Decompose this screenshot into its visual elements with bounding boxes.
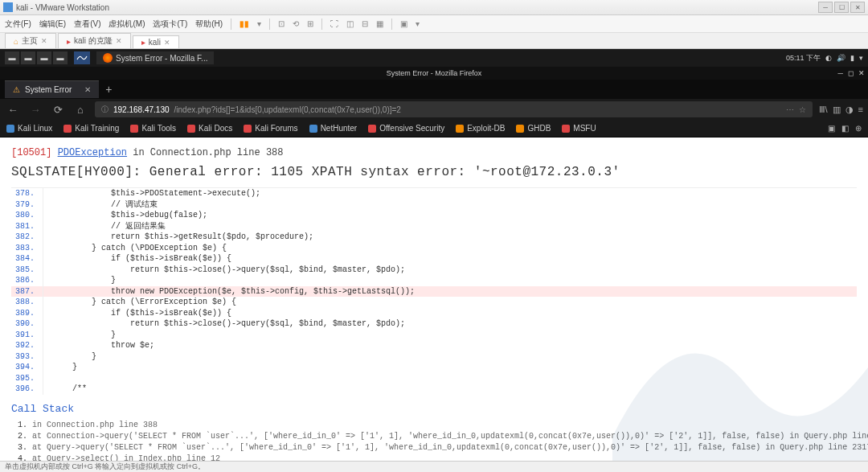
pause-icon[interactable]: ▮▮: [240, 19, 249, 28]
fullscreen-icon[interactable]: ⛶: [330, 19, 338, 28]
view-icon[interactable]: ⊟: [362, 19, 368, 28]
new-tab-button[interactable]: +: [99, 83, 118, 96]
info-icon[interactable]: ⓘ: [101, 105, 108, 115]
toolbar-dropdown-icon[interactable]: ▾: [257, 19, 261, 28]
stack-item: 1.in Connection.php line 388: [11, 420, 857, 431]
bookmark-exploit-db[interactable]: Exploit-DB: [456, 124, 505, 133]
code-line: 384. if ($this->isBreak($e)) {: [11, 253, 857, 265]
code-line: 378. $this->PDOStatement->execute();: [11, 188, 857, 199]
stack-item: 2.at Connection->query('SELECT * FROM `u…: [11, 431, 857, 442]
vm-tab-home[interactable]: ⌂ 主页 ✕: [5, 33, 56, 48]
vm-tab-kali[interactable]: ▸ kali ✕: [133, 35, 179, 48]
firefox-tab[interactable]: ⚠ System Error ✕: [5, 80, 99, 98]
close-button[interactable]: ✕: [850, 2, 865, 13]
code-line: 389. if ($this->isBreak($e)) {: [11, 308, 857, 319]
code-line: 381. // 返回结果集: [11, 221, 857, 232]
code-line: 394. }: [11, 362, 857, 373]
ext-icon[interactable]: ⊕: [855, 124, 862, 133]
bookmark-icon: [368, 125, 376, 133]
error-header: [10501] PDOException in Connection.php l…: [11, 147, 857, 158]
code-line: 390. return $this->close()->query($sql, …: [11, 318, 857, 330]
error-page-content: [10501] PDOException in Connection.php l…: [0, 137, 868, 472]
ff-close-icon[interactable]: ✕: [858, 69, 865, 77]
bookmark-kali-tools[interactable]: Kali Tools: [130, 124, 176, 133]
sound-icon[interactable]: 🔊: [837, 54, 845, 62]
menu-icon[interactable]: ≡: [858, 105, 863, 115]
window-controls: ─ ☐ ✕: [818, 2, 865, 13]
ext-icon[interactable]: ▣: [828, 124, 835, 133]
vmware-icon: [3, 2, 13, 12]
vmware-menubar: 文件(F) 编辑(E) 查看(V) 虚拟机(M) 选项卡(T) 帮助(H) ▮▮…: [0, 15, 868, 33]
clock[interactable]: 05:11 下午: [786, 53, 821, 64]
home-button[interactable]: ⌂: [72, 101, 88, 117]
bookmark-kali-linux[interactable]: Kali Linux: [6, 124, 52, 133]
ff-maximize-icon[interactable]: ◻: [848, 69, 854, 77]
shield-icon[interactable]: ◑: [845, 105, 854, 115]
close-icon[interactable]: ✕: [41, 37, 47, 45]
menu-vm[interactable]: 虚拟机(M): [108, 18, 145, 30]
menu-file[interactable]: 文件(F): [5, 18, 31, 30]
code-line: 396. /**: [11, 384, 857, 395]
firefox-task-button[interactable]: System Error - Mozilla F...: [96, 51, 214, 64]
bookmark-nethunter[interactable]: NetHunter: [309, 124, 358, 133]
bookmark-kali-training[interactable]: Kali Training: [63, 124, 119, 133]
manage-icon[interactable]: ⊞: [307, 19, 313, 28]
close-icon[interactable]: ✕: [116, 37, 122, 45]
reload-button[interactable]: ⟳: [50, 101, 66, 117]
url-input[interactable]: ⓘ 192.168.47.130/index.php?ids[]=1&ids[0…: [95, 101, 813, 117]
minimize-button[interactable]: ─: [818, 2, 833, 13]
url-path: /index.php?ids[]=1&ids[0,updatexml(0,con…: [174, 105, 401, 114]
maximize-button[interactable]: ☐: [834, 2, 849, 13]
menu-edit[interactable]: 编辑(E): [39, 18, 66, 30]
back-button[interactable]: ←: [5, 101, 21, 117]
screenshot-icon[interactable]: ▣: [400, 19, 407, 28]
ff-minimize-icon[interactable]: ─: [838, 69, 843, 77]
revert-icon[interactable]: ⟲: [293, 19, 299, 28]
network-icon[interactable]: ◐: [825, 54, 832, 62]
files-icon[interactable]: ▬: [5, 51, 19, 64]
forward-button[interactable]: →: [27, 101, 43, 117]
menu-help[interactable]: 帮助(H): [195, 18, 223, 30]
thumbnail-icon[interactable]: ▦: [376, 19, 383, 28]
close-icon[interactable]: ✕: [164, 39, 170, 47]
firefox-window-title: System Error - Mozilla Firefox ─ ◻ ✕: [0, 67, 868, 80]
browser-icon[interactable]: ▬: [37, 51, 51, 64]
battery-icon[interactable]: ▮: [850, 54, 854, 62]
app-icon[interactable]: ▬: [53, 51, 68, 64]
bookmarks-bar: Kali Linux Kali Training Kali Tools Kali…: [0, 120, 868, 137]
sidebar-icon[interactable]: ▥: [833, 105, 841, 115]
notification-icon[interactable]: ▾: [859, 54, 863, 62]
menu-tabs[interactable]: 选项卡(T): [153, 18, 187, 30]
terminal-icon[interactable]: ▬: [21, 51, 35, 64]
bookmark-offensive-security[interactable]: Offensive Security: [368, 124, 444, 133]
close-icon[interactable]: ✕: [84, 85, 91, 94]
bookmark-icon: [456, 125, 464, 133]
exception-link[interactable]: PDOException: [58, 147, 127, 158]
snapshot-icon[interactable]: ⊡: [278, 19, 285, 28]
bookmark-icon: [63, 125, 72, 133]
bookmark-icon: [187, 125, 195, 133]
bookmark-msfu[interactable]: MSFU: [562, 124, 596, 133]
kali-logo-icon[interactable]: [74, 51, 90, 64]
menu-view[interactable]: 查看(V): [74, 18, 100, 30]
code-line: 387. throw new PDOException($e, $this->c…: [11, 286, 857, 298]
code-line: 392. throw $e;: [11, 340, 857, 351]
code-line: 391. }: [11, 330, 857, 341]
more-icon[interactable]: ⋯: [786, 105, 794, 114]
ext-icon[interactable]: ◧: [841, 124, 849, 133]
bookmark-icon: [244, 125, 252, 133]
library-icon[interactable]: Ⅲ\: [819, 105, 828, 115]
vm-tab-clone[interactable]: ▸ kali 的克隆 ✕: [58, 33, 131, 48]
bookmark-star-icon[interactable]: ☆: [799, 105, 806, 114]
bookmark-kali-forums[interactable]: Kali Forums: [244, 124, 297, 133]
code-line: 383. } catch (\PDOException $e) {: [11, 243, 857, 254]
console-icon[interactable]: ▾: [416, 19, 420, 28]
vmware-titlebar: kali - VMware Workstation ─ ☐ ✕: [0, 0, 868, 15]
bookmark-ghdb[interactable]: GHDB: [516, 124, 551, 133]
bookmark-icon: [130, 125, 138, 133]
code-line: 385. return $this->close()->query($sql, …: [11, 265, 857, 276]
call-stack-header: Call Stack: [11, 403, 857, 415]
bookmark-kali-docs[interactable]: Kali Docs: [187, 124, 232, 133]
unity-icon[interactable]: ◫: [346, 19, 354, 28]
code-line: 388. } catch (\ErrorException $e) {: [11, 297, 857, 308]
